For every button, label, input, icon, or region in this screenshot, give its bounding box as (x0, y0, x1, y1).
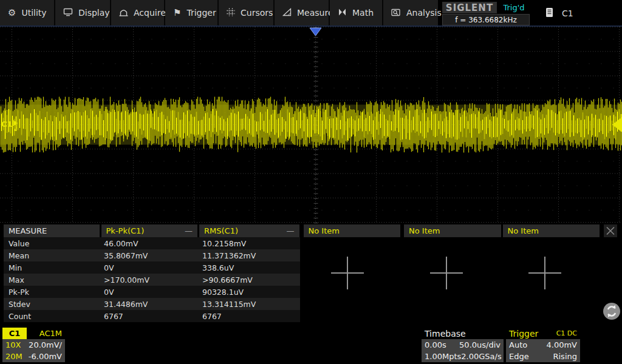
table-row: Count67676767 (4, 310, 300, 322)
menu-label: Cursors (241, 8, 273, 18)
bowtie-math-icon (338, 8, 347, 18)
remove-measure-icon[interactable]: — (287, 226, 295, 235)
menu-math[interactable]: Math (330, 0, 382, 25)
add-measure-slot-3[interactable] (527, 255, 562, 291)
menu-acquire[interactable]: Acquire (111, 0, 164, 25)
channel-chip-label: C1 (562, 8, 573, 18)
set-square-icon (282, 8, 292, 18)
acquire-arch-icon (119, 8, 128, 18)
gear-icon: ⚙ (8, 7, 16, 18)
reset-statistics-button[interactable] (603, 302, 621, 320)
menu-label: Utility (21, 8, 46, 18)
cursors-grid-icon (227, 8, 235, 18)
trigger-type: Edge (509, 352, 529, 361)
channel-offset: -6.00mV (29, 352, 62, 361)
menu-label: Analysis (406, 8, 442, 18)
menu-label: Trigger (186, 8, 216, 18)
waveform-display[interactable] (0, 27, 622, 223)
close-icon (606, 226, 615, 235)
measure-col-rms[interactable]: RMS(C1) — (199, 224, 299, 237)
down-chevron-icon: v (13, 126, 17, 132)
time-per-div: 50.0us/div (459, 340, 501, 349)
measure-col-empty-2[interactable]: No Item (404, 224, 501, 237)
monitor-icon (63, 8, 73, 18)
table-row: Max>170.00mV>90.6667mV (4, 274, 300, 286)
measure-title: MEASURE (4, 224, 100, 237)
channel1-badge: C1 (2, 328, 27, 339)
table-row: Stdev31.4486mV13.314115mV (4, 298, 300, 310)
bandwidth-limit: 20M (5, 352, 22, 361)
trigger-title: Trigger (509, 329, 538, 339)
measure-col-pkpk[interactable]: Pk-Pk(C1) — (101, 224, 198, 237)
timebase-title: Timebase (425, 329, 466, 339)
menu-strip: ⚙ Utility Display Acquire ⚑ Trigger Curs… (0, 0, 438, 25)
channel1-panel[interactable]: C1 AC1M 10X 20.0mV/ 20M -6.00mV (2, 328, 65, 362)
menu-utility[interactable]: ⚙ Utility (0, 0, 54, 25)
trigger-panel[interactable]: Trigger C1 DC Auto 4.00mV Edge Rising (506, 328, 580, 362)
measure-col-empty-1[interactable]: No Item (304, 224, 401, 237)
menu-display[interactable]: Display (55, 0, 110, 25)
flag-icon: ⚑ (173, 7, 181, 18)
siglent-logo: SIGLENT (442, 2, 497, 13)
menu-label: Math (352, 8, 374, 18)
probe-attenuation: 10X (5, 340, 21, 349)
menu-label: Acquire (134, 8, 166, 18)
menu-label: Display (78, 8, 110, 18)
trigger-source: C1 DC (556, 329, 577, 337)
measure-col-empty-3[interactable]: No Item (503, 224, 600, 237)
volts-per-div: 20.0mV/ (29, 340, 62, 349)
table-row: Pk-Pk0V90328.1uV (4, 286, 300, 298)
add-measure-slot-1[interactable] (330, 255, 365, 291)
measure-header-row: MEASURE Pk-Pk(C1) — RMS(C1) — No Item No… (4, 224, 617, 237)
menu-cursors[interactable]: Cursors (219, 0, 273, 25)
menu-analysis[interactable]: Analysis (383, 0, 438, 25)
measure-body: Value46.00mV10.2158mV Mean35.8067mV11.37… (4, 237, 617, 322)
channel1-marker-label: C1 (1, 120, 13, 129)
list-icon (545, 7, 553, 19)
plus-icon (429, 255, 464, 291)
remove-measure-icon[interactable]: — (185, 226, 193, 235)
table-row: Min0V338.6uV (4, 261, 300, 274)
folder-magnifier-icon (391, 8, 401, 18)
timebase-delay: 0.00s (425, 340, 446, 349)
refresh-icon (603, 302, 621, 320)
channel1-offset-marker[interactable]: C1 v (1, 120, 18, 132)
table-row: Mean35.8067mV11.371362mV (4, 249, 300, 261)
trigger-status-badge: Trig'd (498, 2, 530, 13)
bottom-status-bar: C1 AC1M 10X 20.0mV/ 20M -6.00mV Timebase… (0, 325, 622, 364)
plus-icon (330, 255, 365, 291)
measure-panel: MEASURE Pk-Pk(C1) — RMS(C1) — No Item No… (4, 224, 617, 322)
frequency-counter: f = 363.6682kHz (442, 14, 530, 25)
top-menu-bar: ⚙ Utility Display Acquire ⚑ Trigger Curs… (0, 0, 622, 27)
coupling-value: AC1M (39, 329, 65, 338)
menu-label: Measure (297, 8, 333, 18)
menu-trigger[interactable]: ⚑ Trigger (165, 0, 217, 25)
timebase-panel[interactable]: Timebase 0.00s 50.0us/div 1.00Mpts 2.00G… (422, 328, 504, 362)
close-measure-button[interactable] (604, 224, 617, 237)
sample-rate: 2.00GSa/s (461, 352, 501, 361)
trigger-level: 4.00mV (546, 340, 577, 349)
table-row: Value46.00mV10.2158mV (4, 237, 300, 249)
plus-icon (527, 255, 562, 291)
trigger-slope: Rising (553, 352, 577, 361)
menu-measure[interactable]: Measure (275, 0, 329, 25)
trigger-mode: Auto (509, 340, 527, 349)
channel-list-chip[interactable]: C1 (545, 6, 573, 21)
add-measure-slot-2[interactable] (429, 255, 464, 291)
memory-depth: 1.00Mpts (425, 352, 461, 361)
